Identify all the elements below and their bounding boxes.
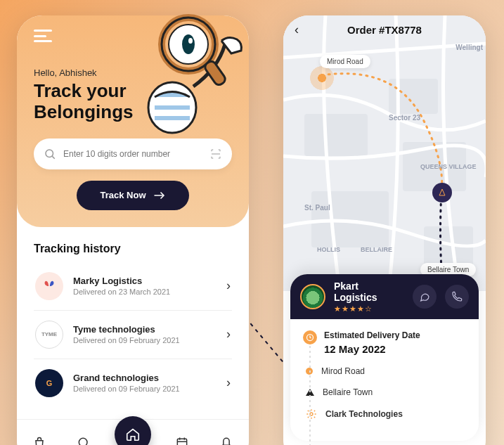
- stop-label: Bellaire Town: [323, 387, 373, 397]
- map-start-label: Mirod Road: [320, 55, 370, 68]
- call-button[interactable]: [445, 285, 469, 309]
- history-text: Grand technologies Delivered on 09 Febru…: [73, 373, 217, 393]
- carrier-name: Grand technologies: [73, 373, 217, 383]
- route-current-pin: [432, 183, 452, 202]
- hero: Hello, Abhishek Track your Belongings Tr…: [17, 15, 249, 227]
- title-line-1: Track your: [34, 80, 127, 101]
- history-item[interactable]: Marky Logistics Delivered on 23 March 20…: [34, 262, 232, 311]
- carrier-avatar: [35, 272, 63, 300]
- map[interactable]: ‹ Order #TX8778 Mirod Road Bellaire Town…: [283, 15, 486, 291]
- history-title: Tracking history: [34, 243, 232, 255]
- scan-icon[interactable]: [209, 148, 222, 160]
- map-header: ‹ Order #TX8778: [283, 24, 486, 36]
- shipment-card: Pkart Logistics ★★★★☆ Estimated Delivery: [290, 274, 479, 441]
- order-search[interactable]: [34, 138, 232, 169]
- svg-rect-17: [304, 114, 368, 156]
- svg-rect-18: [389, 79, 438, 114]
- back-icon[interactable]: ‹: [295, 22, 299, 37]
- history-item[interactable]: G Grand technologies Delivered on 09 Feb…: [34, 359, 232, 407]
- map-place-label: QUEENS VILLAGE: [420, 163, 477, 170]
- gear-icon: [306, 408, 317, 420]
- chevron-right-icon: ›: [226, 278, 231, 293]
- delivery-date: Delivered on 23 March 2021: [73, 288, 217, 296]
- home-screen: Hello, Abhishek Track your Belongings Tr…: [17, 15, 249, 445]
- clock-icon: [303, 330, 317, 344]
- route-stop: Clark Technologies: [306, 408, 466, 420]
- route-start-pin: [310, 66, 334, 90]
- title-line-2: Belongings: [34, 101, 134, 122]
- order-number-input[interactable]: [63, 149, 202, 159]
- route-stop: Mirod Road: [306, 366, 466, 376]
- delivery-date: Delivered on 09 February 2021: [73, 336, 217, 344]
- map-place-label: HOLLIS: [317, 246, 340, 253]
- stop-label: Clark Technologies: [325, 409, 403, 419]
- route-stop: Bellaire Town: [306, 387, 466, 397]
- map-place-label: Wellingt: [455, 44, 483, 51]
- nav-bag-icon[interactable]: [25, 429, 53, 446]
- tracking-history: Tracking history Marky Logistics Deliver…: [17, 227, 249, 407]
- svg-point-3: [79, 438, 88, 445]
- timeline-line: [309, 346, 311, 445]
- card-header: Pkart Logistics ★★★★☆: [290, 274, 479, 319]
- chevron-right-icon: ›: [226, 327, 231, 342]
- carrier-avatar: TYME: [35, 321, 63, 349]
- nav-search-icon[interactable]: [70, 429, 98, 446]
- history-item[interactable]: TYME Tyme technologies Delivered on 09 F…: [34, 311, 232, 359]
- svg-line-1: [52, 156, 54, 158]
- track-now-button[interactable]: Track Now: [77, 181, 189, 210]
- page-title: Track your Belongings: [34, 81, 232, 123]
- carrier-logo: [300, 284, 325, 309]
- stop-label: Mirod Road: [321, 366, 365, 376]
- avatar-text: G: [46, 379, 53, 387]
- rating-stars: ★★★★☆: [334, 304, 404, 314]
- map-place-label: Sector 23: [389, 114, 420, 122]
- arrow-right-icon: [153, 191, 166, 200]
- edd-date: 12 May 2022: [324, 343, 466, 355]
- map-place-label: St. Paul: [304, 204, 330, 212]
- nav-bell-icon[interactable]: [212, 429, 240, 446]
- order-title: Order #TX8778: [347, 24, 422, 36]
- map-place-label: BELLAIRE: [361, 246, 392, 253]
- order-detail-screen: ‹ Order #TX8778 Mirod Road Bellaire Town…: [283, 15, 486, 445]
- chat-button[interactable]: [413, 285, 437, 309]
- search-icon: [44, 148, 56, 160]
- carrier-name: Pkart Logistics: [334, 280, 404, 303]
- card-body: Estimated Delivery Date 12 May 2022 Miro…: [290, 319, 479, 441]
- svg-point-0: [46, 150, 53, 157]
- carrier-name: Marky Logistics: [73, 276, 217, 286]
- chevron-right-icon: ›: [226, 375, 231, 390]
- menu-icon[interactable]: [34, 30, 52, 42]
- nav-calendar-icon[interactable]: [168, 429, 196, 446]
- carrier-name: Tyme technologies: [73, 324, 217, 335]
- delivery-date: Delivered on 09 February 2021: [73, 385, 217, 393]
- track-now-label: Track Now: [100, 190, 146, 200]
- carrier-avatar: G: [35, 369, 63, 397]
- bottom-nav: [17, 419, 249, 445]
- history-text: Tyme technologies Delivered on 09 Februa…: [73, 324, 217, 344]
- nav-home-icon[interactable]: [115, 416, 151, 446]
- edd-label: Estimated Delivery Date: [324, 330, 466, 340]
- avatar-text: TYME: [41, 331, 57, 337]
- greeting: Hello, Abhishek: [34, 67, 232, 78]
- history-text: Marky Logistics Delivered on 23 March 20…: [73, 276, 217, 296]
